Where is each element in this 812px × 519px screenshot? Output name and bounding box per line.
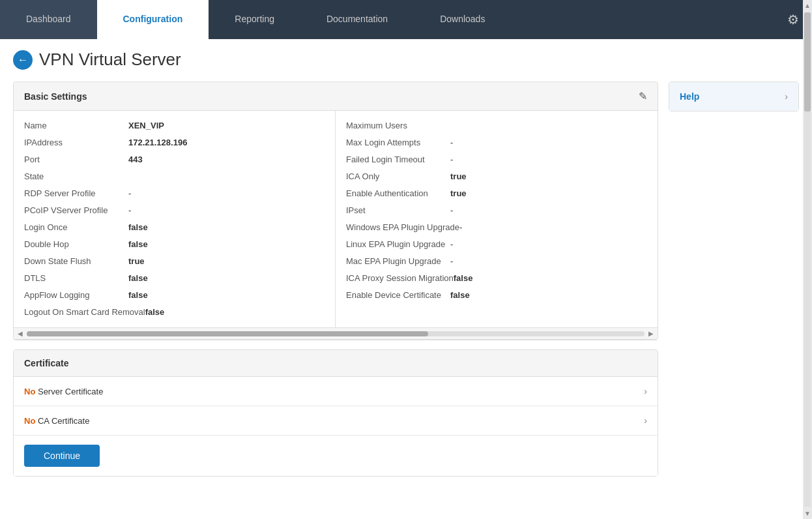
main-content: ← VPN Virtual Server Basic Settings ✎ Na… [0,39,812,519]
settings-label: Port [24,155,128,164]
ca-cert-chevron-icon: › [644,415,647,426]
help-panel: Help › [669,82,799,111]
settings-row: Windows EPA Plugin Upgrade- [346,219,647,236]
settings-row: Logout On Smart Card Removalfalse [24,304,325,321]
settings-label: Down State Flush [24,256,128,266]
scroll-thumb [27,331,428,336]
certificate-header: Certificate [14,350,658,377]
ca-certificate-item[interactable]: No CA Certificate › [14,406,658,436]
continue-button[interactable]: Continue [24,445,100,467]
settings-label: Logout On Smart Card Removal [24,307,145,317]
settings-value: 172.21.128.196 [128,138,187,147]
settings-value: 443 [128,155,143,164]
settings-value: - [128,188,131,198]
edit-icon[interactable]: ✎ [639,90,647,102]
settings-label: PCoIP VServer Profile [24,205,128,215]
settings-row: RDP Server Profile- [24,185,325,202]
back-button[interactable]: ← [13,50,33,70]
settings-row: Enable Authenticationtrue [346,185,647,202]
scroll-up-arrow[interactable]: ▲ [802,0,812,11]
help-chevron-icon: › [785,91,788,102]
settings-value: true [450,188,467,198]
scroll-track[interactable] [27,331,645,336]
server-certificate-item[interactable]: No Server Certificate › [14,377,658,406]
settings-row: PCoIP VServer Profile- [24,202,325,219]
right-scroll-track[interactable] [804,12,811,507]
no-ca-cert-no: No [24,416,35,426]
scroll-left-arrow[interactable]: ◀ [16,330,24,337]
settings-label: ICA Proxy Session Migration [346,273,454,283]
tab-reporting[interactable]: Reporting [209,0,300,39]
settings-row: DTLSfalse [24,270,325,287]
page-title-row: ← VPN Virtual Server [13,50,799,70]
settings-value: false [128,239,148,249]
settings-row: Linux EPA Plugin Upgrade- [346,236,647,253]
settings-row: ICA Onlytrue [346,168,647,185]
certificate-section: Certificate No Server Certificate › No C… [13,349,658,477]
settings-label: DTLS [24,273,128,283]
settings-value: false [128,273,148,283]
ca-certificate-text: No CA Certificate [24,416,89,426]
settings-value: - [450,239,453,249]
settings-row: State [24,168,325,185]
tab-downloads[interactable]: Downloads [414,0,511,39]
horizontal-scrollbar[interactable]: ◀ ▶ [14,328,658,340]
content-area: Basic Settings ✎ NameXEN_VIPIPAddress172… [13,82,799,477]
basic-settings-title: Basic Settings [24,91,87,102]
settings-value: - [450,205,453,215]
right-scroll-thumb [804,12,811,111]
scroll-down-arrow[interactable]: ▼ [802,508,812,519]
settings-row: Port443 [24,151,325,168]
settings-value: XEN_VIP [128,121,164,130]
settings-row: Login Oncefalse [24,219,325,236]
tab-dashboard[interactable]: Dashboard [0,0,97,39]
settings-value: - [450,155,453,164]
settings-row: NameXEN_VIP [24,117,325,134]
settings-label: Max Login Attempts [346,138,450,147]
tab-configuration[interactable]: Configuration [97,0,209,39]
settings-value: - [459,222,462,232]
settings-label: IPAddress [24,138,128,147]
basic-settings-card: Basic Settings ✎ NameXEN_VIPIPAddress172… [13,82,658,340]
settings-label: ICA Only [346,171,450,181]
settings-row: Enable Device Certificatefalse [346,287,647,304]
settings-label: State [24,171,128,181]
server-cert-chevron-icon: › [644,386,647,396]
settings-row: IPset- [346,202,647,219]
no-server-cert-no: No [24,387,35,396]
settings-row: Double Hopfalse [24,236,325,253]
scroll-right-arrow[interactable]: ▶ [647,330,655,337]
back-icon: ← [18,54,28,66]
settings-value: true [450,171,467,181]
settings-row: AppFlow Loggingfalse [24,287,325,304]
help-label: Help [680,91,699,102]
settings-value: false [128,290,148,300]
settings-row: ICA Proxy Session Migrationfalse [346,270,647,287]
settings-value: false [454,273,473,283]
card-header: Basic Settings ✎ [14,82,658,111]
tab-documentation[interactable]: Documentation [300,0,414,39]
page-title: VPN Virtual Server [39,50,181,70]
settings-table: NameXEN_VIPIPAddress172.21.128.196Port44… [14,111,658,328]
settings-row: Mac EPA Plugin Upgrade- [346,253,647,270]
settings-value: true [128,256,145,266]
settings-label: Failed Login Timeout [346,155,450,164]
settings-label: Login Once [24,222,128,232]
settings-row: Failed Login Timeout- [346,151,647,168]
settings-label: Enable Authentication [346,188,450,198]
settings-label: Double Hop [24,239,128,249]
settings-label: AppFlow Logging [24,290,128,300]
right-scrollbar[interactable]: ▲ ▼ [803,0,812,519]
settings-label: Linux EPA Plugin Upgrade [346,239,450,249]
nav-bar: Dashboard Configuration Reporting Docume… [0,0,812,39]
settings-value: - [450,138,453,147]
settings-label: Enable Device Certificate [346,290,450,300]
help-panel-inner[interactable]: Help › [669,82,798,111]
settings-value: - [128,205,131,215]
settings-row: Maximum Users [346,117,647,134]
settings-label: Name [24,121,128,130]
settings-row: Max Login Attempts- [346,134,647,151]
settings-label: Windows EPA Plugin Upgrade [346,222,459,232]
settings-label: RDP Server Profile [24,188,128,198]
settings-label: Maximum Users [346,121,450,130]
